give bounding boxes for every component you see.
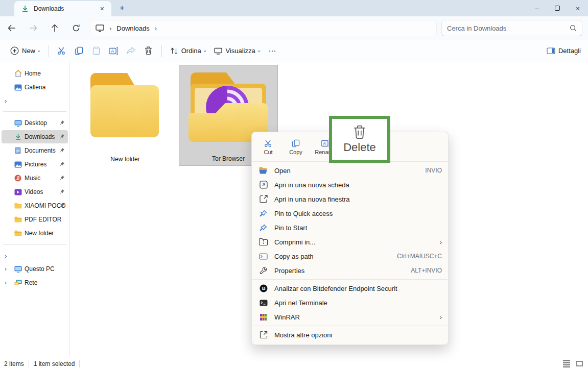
search-box[interactable] [441, 20, 582, 36]
new-button[interactable]: New › [6, 43, 44, 58]
breadcrumb-chevron[interactable]: › [155, 24, 157, 32]
pc-icon [14, 265, 22, 273]
menu-item-pin-to-start[interactable]: Pin to Start [252, 220, 448, 235]
chevron-down-icon: › [36, 50, 42, 52]
menu-item-properties[interactable]: Properties ALT+INVIO [252, 263, 448, 278]
close-button[interactable]: × [568, 0, 588, 16]
file-explorer-window: Downloads × + – × › Downloads › [0, 0, 588, 370]
pin-icon [59, 189, 65, 194]
menu-item-label: Apri nel Terminale [274, 299, 442, 307]
maximize-button[interactable] [547, 0, 568, 16]
more-options-button[interactable]: ⋯ [264, 46, 280, 56]
pictures-icon [14, 160, 22, 168]
sidebar-item-xiaomi-poco-f[interactable]: XIAOMI POCO F [2, 199, 68, 212]
sidebar-item-pdf-editor[interactable]: PDF EDITOR [2, 213, 68, 226]
sidebar-item-new-folder[interactable]: New folder [2, 227, 68, 240]
plus-circle-icon [10, 46, 19, 55]
menu-item-open-new-tab[interactable]: Apri in una nuova scheda [252, 178, 448, 192]
chevron-down-icon: › [256, 50, 263, 52]
forward-button[interactable] [25, 20, 42, 36]
sidebar-item-music[interactable]: Music [2, 171, 68, 185]
search-input[interactable] [447, 24, 570, 32]
details-button[interactable]: Dettagli [547, 47, 581, 55]
sidebar-item-label: Desktop [25, 119, 47, 127]
menu-item-label: Pin to Start [274, 224, 442, 232]
file-name: New folder [110, 156, 139, 163]
sidebar-item-home[interactable]: Home [2, 67, 68, 80]
menu-item-label: Copy as path [274, 253, 397, 260]
menu-item-open-new-window[interactable]: Apri in una nuova finestra [252, 192, 448, 206]
list-view-button[interactable] [563, 360, 570, 367]
refresh-button[interactable] [67, 20, 85, 36]
delete-button[interactable] [140, 43, 157, 59]
view-button[interactable]: Visualizza › [210, 44, 264, 58]
menu-item-pin-quick-access[interactable]: Pin to Quick access [252, 206, 448, 220]
navigation-sidebar: Home Galleria › Desktop [0, 62, 70, 357]
menu-item-copy-as-path[interactable]: Copy as path Ctrl+MAIUSC+C [252, 249, 448, 263]
up-button[interactable] [46, 20, 63, 36]
menu-item-show-more-options[interactable]: Mostra altre opzioni [252, 328, 448, 342]
menu-divider [252, 326, 448, 326]
toolbar-divider [161, 45, 162, 57]
sidebar-item-documents[interactable]: Documents [2, 144, 68, 157]
minimize-button[interactable]: – [527, 0, 547, 16]
cut-button[interactable] [53, 43, 70, 59]
submenu-chevron-icon: › [440, 313, 442, 321]
breadcrumb-item-downloads[interactable]: Downloads [116, 24, 149, 32]
menu-item-label: Pin to Quick access [274, 210, 442, 217]
cut-quick-action[interactable]: Cut [258, 139, 278, 155]
file-name: Tor Browser [212, 155, 245, 162]
tab-close-icon[interactable]: × [97, 5, 107, 13]
paste-button[interactable] [88, 43, 105, 59]
folder-icon [86, 73, 164, 139]
sort-button[interactable]: Ordina › [166, 44, 210, 58]
back-button[interactable] [3, 20, 20, 36]
window-controls: – × [527, 0, 588, 16]
bitdefender-icon: B [259, 284, 268, 293]
new-tab-button[interactable]: + [115, 2, 129, 14]
expand-chevron-icon[interactable]: › [5, 279, 7, 286]
downloads-icon [21, 5, 29, 12]
search-icon[interactable] [570, 24, 577, 32]
expand-chevron-icon[interactable]: › [5, 265, 7, 273]
menu-item-winrar[interactable]: WinRAR › [252, 310, 448, 324]
scissors-icon [264, 139, 273, 147]
copy-quick-action[interactable]: Copy [286, 139, 306, 155]
delete-highlight-overlay[interactable]: Delete [329, 116, 390, 163]
sidebar-item-downloads[interactable]: Downloads [2, 130, 68, 143]
selection-count: 1 item selected [34, 360, 75, 367]
sidebar-item-galleria[interactable]: Galleria [2, 81, 68, 94]
menu-item-label: Mostra altre opzioni [274, 331, 442, 339]
sidebar-item-label: Videos [25, 188, 43, 195]
large-icons-view-button[interactable] [576, 361, 583, 366]
sidebar-item-desktop[interactable]: Desktop [2, 116, 68, 130]
rename-button[interactable]: A [105, 43, 123, 59]
open-folder-icon [259, 166, 268, 175]
menu-item-open[interactable]: Open INVIO [252, 163, 448, 178]
copy-button[interactable] [70, 43, 88, 59]
wrench-icon [259, 266, 268, 275]
status-bar: 2 items 1 item selected [0, 357, 588, 370]
pin-icon [259, 209, 268, 218]
sidebar-item-questo-pc[interactable]: › Questo PC [2, 262, 68, 276]
sidebar-collapse-chevron[interactable]: › [2, 94, 68, 107]
menu-item-label: Apri in una nuova scheda [274, 181, 442, 189]
copy-as-path-icon [259, 252, 268, 261]
file-tile-new-folder[interactable]: New folder [76, 65, 175, 166]
sidebar-item-pictures[interactable]: Pictures [2, 158, 68, 171]
sidebar-collapse-chevron[interactable]: › [2, 250, 68, 262]
share-button[interactable] [123, 43, 140, 59]
menu-item-compress[interactable]: Comprimi in... › [252, 235, 448, 249]
menu-item-bitdefender-scan[interactable]: B Analizar con Bitdefender Endpoint Secu… [252, 281, 448, 295]
sidebar-item-label: Documents [25, 147, 56, 154]
copy-icon [292, 139, 300, 147]
tab-downloads[interactable]: Downloads × [14, 1, 111, 16]
menu-item-open-in-terminal[interactable]: Apri nel Terminale [252, 295, 448, 310]
folder-icon [14, 229, 22, 237]
breadcrumb[interactable]: › Downloads › [90, 20, 437, 36]
sidebar-item-rete[interactable]: › Rete [2, 276, 68, 289]
pin-icon [59, 175, 65, 181]
sidebar-item-videos[interactable]: Videos [2, 185, 68, 199]
quick-action-label: Copy [289, 149, 302, 155]
open-new-window-icon [259, 195, 268, 204]
